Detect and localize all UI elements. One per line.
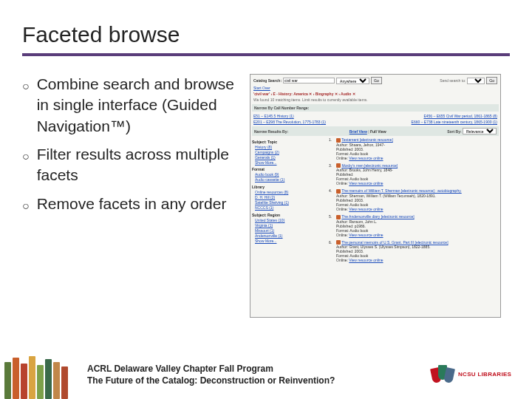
facet-link[interactable]: Missouri (1) [255, 228, 274, 233]
facet-link[interactable]: Campaigns (2) [255, 150, 279, 154]
result-title-link[interactable]: The Andersonville diary [electronic reso… [341, 214, 414, 219]
view-online-link[interactable]: View resource online [349, 181, 383, 185]
full-view-tab: Full View [370, 129, 386, 134]
start-over-link[interactable]: Start Over [253, 86, 270, 90]
footer-line-2: The Future of the Catalog: Deconstructio… [87, 375, 432, 386]
sort-label: Sort By: [447, 129, 461, 134]
brief-view-tab[interactable]: Brief View [349, 129, 367, 134]
footer-line-1: ACRL Delaware Valley Chapter Fall Progra… [87, 363, 432, 375]
result-title-link[interactable]: The memoirs of William T. Sherman [elect… [341, 188, 461, 193]
breadcrumb: 'civil war' › E · History: America ✕ › B… [253, 92, 355, 96]
facet-link[interactable]: Satellite Shelving (1) [255, 200, 289, 205]
result-item: 4. The memoirs of William T. Sherman [el… [329, 188, 499, 211]
audio-icon [336, 215, 341, 219]
call-range-link[interactable]: E660 – E738 Late nineteenth century, 186… [412, 120, 497, 124]
view-online-link[interactable]: View resource online [349, 233, 383, 237]
bullet-list: Combine search and browse in single inte… [22, 74, 236, 318]
view-online-link[interactable]: View resource online [349, 258, 383, 262]
facet-header-region: Subject: Region [252, 213, 324, 217]
slide-title: Faceted browse [22, 22, 510, 56]
facet-link[interactable]: United States (10) [255, 218, 284, 222]
call-range-link[interactable]: E201 – E298 The Revolution, 1775-1783 (1… [253, 120, 326, 124]
view-online-link[interactable]: View resource online [349, 207, 383, 211]
bullet-item: Combine search and browse in single inte… [22, 74, 236, 137]
call-range-link[interactable]: E51 – E145.5 History (1) [253, 114, 294, 118]
book-spines-decoration [0, 350, 81, 399]
bullet-item: Remove facets in any order [22, 194, 236, 214]
result-item: 5. The Andersonville diary [electronic r… [329, 214, 499, 237]
bullet-item: Filter results across multiple facets [22, 144, 236, 186]
facet-header-library: Library [252, 185, 324, 189]
send-select[interactable] [467, 78, 485, 84]
search-label: Catalog Search: [253, 78, 282, 83]
facet-link[interactable]: Online resources (8) [255, 190, 288, 194]
result-title-link[interactable]: Mosby's men [electronic resource] [341, 163, 398, 168]
facet-link[interactable]: D. H. Hill (2) [255, 195, 275, 200]
show-more-link[interactable]: Show More... [255, 160, 276, 165]
result-title-link[interactable]: The personal memoirs of U.S. Grant. Part… [341, 240, 448, 245]
search-input[interactable] [283, 78, 335, 83]
results-count: We found 10 matching items. Limit result… [252, 97, 499, 103]
narrow-call-header: Narrow By Call Number Range: [252, 104, 499, 112]
facet-link[interactable]: Andersonville (1) [255, 233, 283, 238]
ncsu-libraries-logo: NCSU LIBRARIES [432, 360, 519, 389]
facet-link[interactable]: NCCCS (1) [255, 205, 273, 210]
facet-header-topic: Subject: Topic [252, 140, 324, 144]
facet-header-format: Format [252, 167, 324, 171]
call-range-link[interactable]: E456 – E655 Civil War period, 1861-1865 … [423, 114, 497, 118]
facet-link[interactable]: Audio cassette (1) [255, 177, 284, 182]
result-item: 3. Mosby's men [electronic resource] Aut… [329, 163, 499, 186]
facet-link[interactable]: Audio book (9) [255, 172, 279, 177]
facet-link[interactable]: Generals (1) [255, 155, 276, 160]
view-online-link[interactable]: View resource online [349, 156, 383, 160]
facet-link[interactable]: Virginia (1) [255, 223, 273, 228]
result-title-link[interactable]: Testament [electronic resource] [341, 137, 392, 142]
slide-footer: ACRL Delaware Valley Chapter Fall Progra… [0, 350, 532, 399]
go-button[interactable]: Go [371, 77, 382, 84]
send-label: Send search to: [440, 78, 466, 83]
sort-select[interactable]: Relevance [463, 128, 497, 134]
send-go-button[interactable]: Go [486, 77, 497, 84]
show-more-link[interactable]: Show More... [255, 239, 276, 243]
narrow-by-header: Narrow Results By: [254, 129, 288, 134]
result-item: 1. Testament [electronic resource] Autho… [329, 137, 499, 160]
result-item: 6. The personal memoirs of U.S. Grant. P… [329, 240, 499, 263]
facet-link[interactable]: History (8) [255, 145, 272, 149]
catalog-screenshot: Catalog Search: Anywhere Go Send search … [250, 74, 501, 318]
scope-select[interactable]: Anywhere [336, 78, 369, 84]
audio-icon [336, 138, 341, 143]
